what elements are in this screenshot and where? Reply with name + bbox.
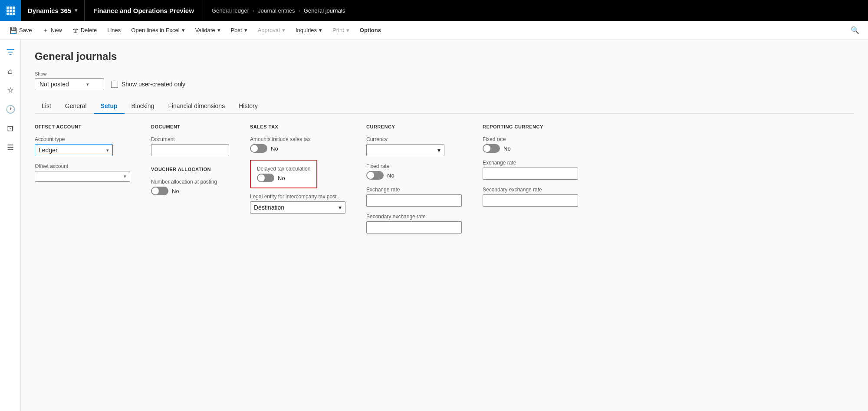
amounts-include-value: No <box>271 145 278 152</box>
reporting-fixed-rate-toggle-row: No <box>483 144 578 153</box>
tab-financial-dimensions[interactable]: Financial dimensions <box>161 99 232 114</box>
currency-title: CURRENCY <box>366 124 462 129</box>
reporting-fixed-rate-value: No <box>503 145 511 152</box>
delayed-tax-toggle-row: No <box>257 174 310 182</box>
breadcrumb: General ledger › Journal entries › Gener… <box>203 7 868 14</box>
validate-button[interactable]: Validate ▾ <box>191 25 225 35</box>
sidebar-home-icon[interactable]: ⌂ <box>2 62 19 80</box>
document-section: DOCUMENT Document VOUCHER ALLOCATION Num… <box>151 124 229 240</box>
sidebar-workspaces-icon[interactable]: ⊡ <box>2 120 19 137</box>
toolbar: 💾 Save ＋ New 🗑 Delete Lines Open lines i… <box>0 21 868 40</box>
amounts-include-field: Amounts include sales tax No <box>250 136 345 153</box>
currency-fixed-rate-field: Fixed rate No <box>366 163 462 180</box>
delayed-tax-toggle[interactable] <box>257 174 274 182</box>
legal-entity-dropdown[interactable]: Destination ▾ <box>250 201 345 214</box>
amounts-include-toggle-row: No <box>250 144 345 153</box>
account-type-dropdown[interactable]: Ledger ▾ <box>35 144 113 156</box>
show-section: Show Not posted ▾ Show user-created only <box>35 71 854 90</box>
print-button[interactable]: Print ▾ <box>328 25 354 35</box>
post-chevron-icon: ▾ <box>244 27 247 33</box>
sidebar-modules-icon[interactable]: ☰ <box>2 139 19 156</box>
number-allocation-field: Number allocation at posting No <box>151 179 229 195</box>
delayed-tax-label: Delayed tax calculation <box>257 166 310 172</box>
reporting-exchange-rate-field: Exchange rate <box>483 160 578 180</box>
reporting-exchange-rate-label: Exchange rate <box>483 160 578 166</box>
inquiries-button[interactable]: Inquiries ▾ <box>291 25 326 35</box>
breadcrumb-item-1[interactable]: Journal entries <box>258 7 295 14</box>
offset-account-field: Offset account ▾ <box>35 163 130 182</box>
lines-button[interactable]: Lines <box>103 25 125 35</box>
offset-account-label: Offset account <box>35 163 130 169</box>
reporting-fixed-rate-field: Fixed rate No <box>483 136 578 153</box>
currency-chevron-icon: ▾ <box>437 147 441 154</box>
brand-text: Dynamics 365 <box>28 7 71 14</box>
currency-fixed-rate-label: Fixed rate <box>366 163 462 169</box>
open-lines-button[interactable]: Open lines in Excel ▾ <box>127 25 189 35</box>
tab-general[interactable]: General <box>58 99 94 114</box>
approval-button[interactable]: Approval ▾ <box>253 25 289 35</box>
waffle-icon <box>7 7 14 14</box>
show-dropdown[interactable]: Not posted ▾ <box>35 78 104 90</box>
number-allocation-value: No <box>172 188 179 194</box>
reporting-fixed-rate-thumb <box>483 145 490 152</box>
sidebar-recent-icon[interactable]: 🕐 <box>2 101 19 118</box>
approval-chevron-icon: ▾ <box>282 27 285 33</box>
save-icon: 💾 <box>10 27 17 34</box>
brand-chevron-icon: ▾ <box>75 7 77 13</box>
secondary-exchange-rate-field: Secondary exchange rate <box>366 214 462 233</box>
currency-fixed-rate-toggle[interactable] <box>366 171 384 180</box>
show-label: Show <box>35 71 854 76</box>
content-area: General journals Show Not posted ▾ Show … <box>21 40 868 411</box>
sidebar-favorites-icon[interactable]: ☆ <box>2 82 19 99</box>
breadcrumb-item-0[interactable]: General ledger <box>212 7 249 14</box>
brand-label[interactable]: Dynamics 365 ▾ <box>21 0 85 21</box>
sales-tax-section: SALES TAX Amounts include sales tax No D… <box>250 124 345 240</box>
validate-chevron-icon: ▾ <box>217 27 220 33</box>
tab-setup[interactable]: Setup <box>94 99 125 114</box>
currency-fixed-rate-value: No <box>387 172 395 179</box>
secondary-exchange-rate-input[interactable] <box>366 221 462 233</box>
currency-label: Currency <box>366 136 462 142</box>
show-row: Not posted ▾ Show user-created only <box>35 78 854 90</box>
offset-account-input[interactable]: ▾ <box>35 171 130 182</box>
number-allocation-toggle[interactable] <box>151 187 168 195</box>
offset-account-title: OFFSET ACCOUNT <box>35 124 130 129</box>
save-button[interactable]: 💾 Save <box>5 25 36 36</box>
options-button[interactable]: Options <box>355 25 385 35</box>
number-allocation-label: Number allocation at posting <box>151 179 229 185</box>
account-type-field: Account type Ledger ▾ <box>35 136 130 156</box>
tab-blocking[interactable]: Blocking <box>125 99 161 114</box>
reporting-exchange-rate-input[interactable] <box>483 168 578 180</box>
reporting-fixed-rate-toggle[interactable] <box>483 144 500 153</box>
currency-fixed-rate-toggle-row: No <box>366 171 462 180</box>
reporting-secondary-exchange-rate-input[interactable] <box>483 194 578 207</box>
new-button[interactable]: ＋ New <box>38 25 66 36</box>
waffle-button[interactable] <box>0 0 21 21</box>
document-input[interactable] <box>151 144 229 156</box>
reporting-secondary-exchange-rate-field: Secondary exchange rate <box>483 187 578 207</box>
account-type-chevron-icon: ▾ <box>106 148 109 153</box>
delete-icon: 🗑 <box>72 27 79 34</box>
app-label: Finance and Operations Preview <box>85 0 203 21</box>
amounts-include-toggle[interactable] <box>250 144 267 153</box>
document-field: Document <box>151 136 229 156</box>
number-allocation-toggle-row: No <box>151 187 229 195</box>
show-user-created-checkbox[interactable]: Show user-created only <box>111 81 185 88</box>
open-lines-chevron-icon: ▾ <box>182 27 185 33</box>
account-type-label: Account type <box>35 136 130 142</box>
form-sections: OFFSET ACCOUNT Account type Ledger ▾ Off… <box>35 124 854 240</box>
tab-list[interactable]: List <box>35 99 58 114</box>
legal-entity-chevron-icon: ▾ <box>339 204 342 211</box>
currency-section: CURRENCY Currency ▾ Fixed rate No <box>366 124 462 240</box>
search-icon[interactable]: 🔍 <box>847 24 863 36</box>
post-button[interactable]: Post ▾ <box>227 25 252 35</box>
inquiries-chevron-icon: ▾ <box>319 27 322 33</box>
delete-button[interactable]: 🗑 Delete <box>68 25 102 36</box>
exchange-rate-field: Exchange rate <box>366 187 462 207</box>
exchange-rate-input[interactable] <box>366 194 462 207</box>
sidebar-filter-icon[interactable] <box>2 43 19 61</box>
currency-dropdown[interactable]: ▾ <box>366 144 444 156</box>
offset-account-chevron-icon: ▾ <box>124 174 126 179</box>
tab-history[interactable]: History <box>232 99 265 114</box>
offset-account-section: OFFSET ACCOUNT Account type Ledger ▾ Off… <box>35 124 130 240</box>
